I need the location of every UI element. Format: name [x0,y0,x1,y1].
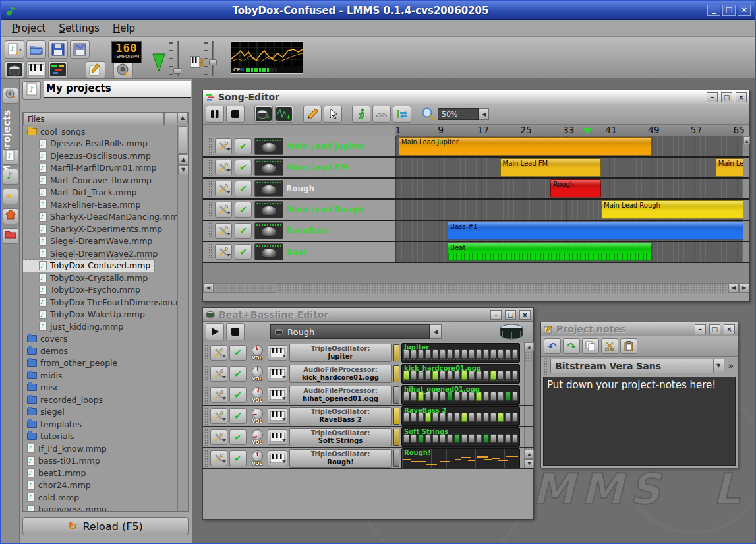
toggle-piano-roll-button[interactable] [26,61,46,78]
zoom-spin-button[interactable]: ◀ [479,108,489,120]
vscroll-track[interactable] [743,144,749,156]
song-editor-vscrollbar[interactable] [743,158,749,177]
hscroll-right[interactable]: ▶ [739,284,749,293]
bb-pattern-area[interactable]: Soft Strings [401,427,520,447]
midi-piano-button[interactable] [268,429,287,445]
pattern-segment[interactable]: Rough [550,179,601,198]
track-color-bar[interactable] [393,386,399,404]
extra-column-header[interactable] [164,113,177,125]
beat-step[interactable] [490,434,496,443]
beat-step[interactable] [440,349,446,359]
tree-scroll-down[interactable]: ▼ [178,165,189,175]
track-actions-button[interactable] [215,138,232,154]
tree-item[interactable]: from_other_people [23,357,188,370]
main-titlebar[interactable]: TobyDox-Confused - LMMS 0.1.4-cvs2006020… [1,1,755,20]
beat-step[interactable] [498,413,504,422]
pattern-segment[interactable]: Beat [448,243,651,261]
tree-item[interactable]: just_kidding.mmp [23,320,188,333]
play-button[interactable] [206,106,224,123]
beat-step[interactable] [432,349,438,359]
toolbar-extension-button[interactable]: » [727,361,735,371]
knob-icon[interactable] [252,450,263,462]
tree-item[interactable]: chor24.mmp [23,479,188,492]
tree-item[interactable]: If_I'd_know.mmp [23,442,188,455]
beat-step[interactable] [505,413,511,422]
beat-step[interactable] [476,413,482,422]
beat-step[interactable] [403,349,409,359]
track-mute-button[interactable]: ✔ [229,366,247,382]
track-mute-button[interactable]: ✔ [229,387,247,403]
beat-step[interactable] [447,434,453,443]
track-grip[interactable] [208,201,212,218]
beat-step[interactable] [411,349,417,359]
midi-piano-button[interactable] [268,408,287,424]
track-grip[interactable] [208,243,212,260]
beat-step[interactable] [476,349,482,359]
volume-knob[interactable]: VOL [248,450,266,466]
song-editor-vscrollbar[interactable] [743,179,749,198]
beat-step[interactable] [498,392,504,401]
beat-step[interactable] [505,434,511,443]
bb-pattern-area[interactable]: kick_hardcore01.ogg [401,364,520,384]
hscroll-thumb[interactable] [214,284,276,293]
tree-scroll-up[interactable]: ▲ [177,113,188,123]
notes-close-button[interactable]: × [724,324,735,334]
instrument-name-plate[interactable]: AudioFileProcessor:kick_hardcore01.ogg [289,365,392,383]
track-color-bar[interactable] [393,344,399,361]
tree-item[interactable]: Siegel-DreamWave.mmp [23,235,188,248]
track-mute-button[interactable]: ✔ [235,181,252,196]
toggle-project-notes-button[interactable] [86,61,105,78]
menu-item-settings[interactable]: Settings [52,20,106,34]
beat-step[interactable] [432,434,438,443]
beat-step[interactable] [512,392,518,401]
beat-step[interactable] [505,349,511,359]
stop-button[interactable] [226,106,245,123]
menu-item-project[interactable]: Project [5,20,52,34]
track-instrument-icon[interactable] [254,159,283,176]
beat-step[interactable] [440,413,446,422]
beat-step[interactable] [440,434,446,443]
instrument-name-plate[interactable]: TripleOscillator:Rough! [289,449,392,468]
track-actions-button[interactable] [210,387,227,403]
beat-step[interactable] [512,371,518,380]
beat-step[interactable] [403,413,409,422]
edit-mode-button[interactable] [324,106,342,123]
beat-step[interactable] [498,371,504,380]
track-grip[interactable] [208,159,212,176]
loop-marker-button[interactable] [393,106,411,123]
bb-maximize-button[interactable]: □ [505,310,516,320]
beat-step[interactable] [447,349,453,359]
tree-item[interactable]: TobyDox-TheFourthDimension.mmp [23,296,188,309]
cut-button[interactable] [601,338,618,354]
tree-item[interactable]: MaxFellner-Ease.mmp [23,198,188,211]
pattern-segment[interactable]: Main Lead FM [716,158,743,177]
beat-step[interactable] [411,434,417,443]
song-editor-hscrollbar[interactable]: ◀ ◀ ▶ [203,283,749,293]
beat-step[interactable] [490,371,496,380]
minimize-button[interactable]: _ [707,5,720,16]
tree-item[interactable]: siegel [23,406,188,419]
slider-handle[interactable] [209,59,217,65]
font-combo[interactable]: Bitstream Vera Sans ▼ [550,359,724,373]
bb-editor-titlebar[interactable]: Beat+Bassline Editor – □ × [203,308,533,322]
track-instrument-icon[interactable] [254,222,283,239]
track-grip[interactable] [204,344,208,361]
beat-step[interactable] [505,371,511,380]
track-mute-button[interactable]: ✔ [229,345,247,361]
presets-icon[interactable]: ★ [3,189,18,204]
volume-knob[interactable]: VOL [248,429,266,445]
knob-icon[interactable] [252,429,263,440]
beat-step[interactable] [469,434,475,443]
beat-step[interactable] [469,413,475,422]
beat-step[interactable] [469,349,475,359]
beat-step[interactable] [432,413,438,422]
bb-play-button[interactable] [206,323,224,340]
paste-button[interactable] [620,338,637,354]
track-pattern-area[interactable]: Rough [395,179,743,198]
bb-vscrollbar[interactable] [524,384,533,405]
knob-icon[interactable] [252,345,263,356]
bb-pattern-area[interactable]: RaveBass 2 [401,406,520,426]
pattern-segment[interactable]: Main Lead Jupiter [399,137,652,156]
volume-knob[interactable]: VOL [248,345,266,361]
track-color-bar[interactable] [393,429,399,446]
